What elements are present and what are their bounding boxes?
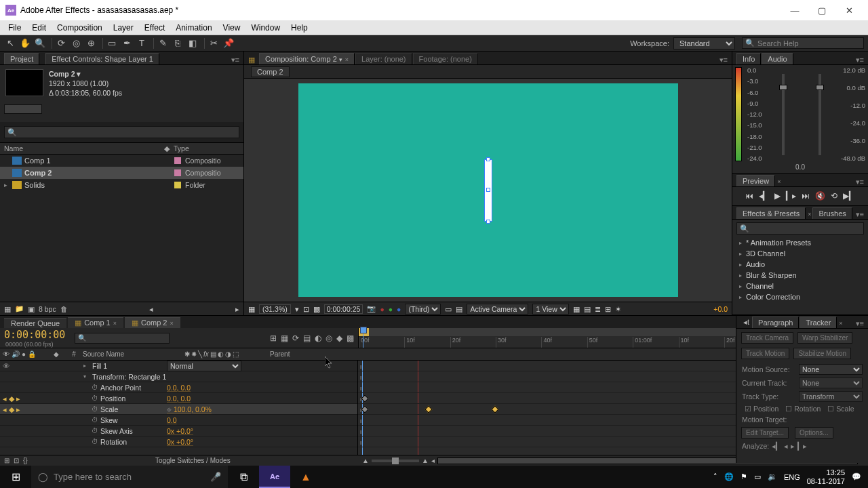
menu-view[interactable]: View <box>218 22 246 34</box>
tab-scroll-left-icon[interactable]: ◂t <box>741 317 752 328</box>
project-item[interactable]: ▸SolidsFolder <box>0 179 243 191</box>
search-help-field[interactable]: 🔍 Search Help <box>742 37 864 49</box>
keyframe[interactable] <box>361 405 368 413</box>
ram-preview-icon[interactable]: ▶▎ <box>843 191 855 201</box>
bpc-toggle[interactable]: 8 bpc <box>39 305 56 313</box>
menu-window[interactable]: Window <box>245 22 285 34</box>
selection-tool-icon[interactable]: ↖ <box>4 37 16 49</box>
channel-icon[interactable]: ● <box>380 305 384 313</box>
collapse-switch-icon[interactable]: ✸ <box>191 350 197 358</box>
current-track-select[interactable]: None <box>799 378 863 388</box>
loop-icon[interactable]: ⟲ <box>831 191 837 201</box>
zoom-in-icon[interactable]: ▲ <box>422 457 429 464</box>
auto-keyframe-icon[interactable]: ◆ <box>336 333 342 343</box>
delete-icon[interactable]: 🗑 <box>60 305 68 313</box>
analyze-fwd-one-icon[interactable]: ▎▸ <box>797 442 807 450</box>
audio-level-value[interactable]: 0.0 <box>732 163 868 171</box>
hand-tool-icon[interactable]: ✋ <box>19 37 31 49</box>
comp-thumbnail[interactable] <box>5 69 43 96</box>
tab-brushes[interactable]: Brushes <box>812 207 852 219</box>
keyframe[interactable] <box>361 394 368 402</box>
tray-app-icon[interactable]: 🌐 <box>724 472 734 481</box>
keyframe[interactable] <box>491 405 498 413</box>
tab-effect-controls[interactable]: Effect Controls: Shape Layer 1 <box>45 53 159 64</box>
menu-layer[interactable]: Layer <box>108 22 139 34</box>
lock-col-icon[interactable]: 🔒 <box>28 350 36 358</box>
taskbar-search[interactable]: ◯ Type here to search 🎤 <box>31 466 228 488</box>
pan-behind-tool-icon[interactable]: ⊕ <box>85 37 97 49</box>
fx-switch-icon[interactable]: fx <box>203 350 209 358</box>
stopwatch-icon[interactable]: ⏱ <box>92 394 98 402</box>
last-frame-icon[interactable]: ⏭ <box>802 191 810 201</box>
rotation-checkbox[interactable]: ☐ Rotation <box>785 405 821 413</box>
audio-level-slider[interactable] <box>818 74 821 155</box>
brush-tool-icon[interactable]: ✎ <box>157 37 169 49</box>
timeline-property-row[interactable]: ◂◆▸⏱Scale⎆ 100.0, 0.0% <box>0 404 357 415</box>
next-keyframe-icon[interactable]: ▸ <box>16 394 20 403</box>
start-button[interactable]: ⊞ <box>0 466 31 488</box>
adjustment-switch-icon[interactable]: ◑ <box>225 350 231 358</box>
motion-blur-icon[interactable]: ◐ <box>315 333 321 343</box>
panel-menu-icon[interactable]: ▾≡ <box>856 210 864 219</box>
next-frame-icon[interactable]: ▎▸ <box>786 191 796 201</box>
current-timecode[interactable]: 0:00:00:00 <box>4 329 65 341</box>
label-col-icon[interactable]: ◆ <box>54 350 59 358</box>
mic-icon[interactable]: 🎤 <box>210 472 221 482</box>
region-icon[interactable]: ▭ <box>445 305 452 313</box>
graph-editor-icon[interactable]: ▩ <box>347 333 354 343</box>
timeline-tab[interactable]: ▦Comp 2× <box>125 317 180 328</box>
zoom-slider[interactable] <box>372 460 419 462</box>
rectangle-tool-icon[interactable]: ▭ <box>106 37 118 49</box>
track-camera-button[interactable]: Track Camera <box>741 332 793 344</box>
comp-breadcrumb[interactable]: Comp 2 <box>251 66 290 77</box>
tab-audio[interactable]: Audio <box>762 53 793 64</box>
prev-keyframe-icon[interactable]: ◂ <box>3 405 7 413</box>
interpret-footage-icon[interactable]: ▦ <box>4 305 11 313</box>
tab-preview[interactable]: Preview <box>736 175 775 186</box>
first-frame-icon[interactable]: ⏮ <box>745 191 753 201</box>
video-col-icon[interactable]: 👁 <box>3 350 9 358</box>
vlc-task-icon[interactable]: ▲ <box>290 466 321 488</box>
eraser-tool-icon[interactable]: ◧ <box>186 37 199 49</box>
pen-tool-icon[interactable]: ✒ <box>121 37 133 49</box>
menu-composition[interactable]: Composition <box>52 22 108 34</box>
tray-volume-icon[interactable]: 🔉 <box>768 472 777 481</box>
project-list[interactable]: Comp 1CompositioComp 2Compositio▸SolidsF… <box>0 155 243 302</box>
reset-exposure-icon[interactable]: ✶ <box>615 305 621 313</box>
panel-menu-icon[interactable]: ▾≡ <box>856 178 864 186</box>
minimize-button[interactable]: — <box>781 0 808 20</box>
playhead[interactable] <box>363 328 363 348</box>
scroll-left-icon[interactable]: ◂ <box>431 457 435 464</box>
mute-icon[interactable]: 🔇 <box>815 191 825 201</box>
menu-help[interactable]: Help <box>285 22 313 34</box>
motion-source-select[interactable]: None <box>799 364 863 375</box>
transparency-grid-icon[interactable]: ▩ <box>313 305 320 313</box>
track-type-select[interactable]: Transform <box>799 391 863 402</box>
new-comp-icon[interactable]: ▣ <box>28 305 35 313</box>
stopwatch-icon[interactable]: ⏱ <box>92 416 98 424</box>
rotate-tool-icon[interactable]: ⟳ <box>55 37 67 49</box>
exposure-value[interactable]: +0.0 <box>713 305 728 313</box>
timeline-search[interactable]: 🔍 <box>75 333 170 344</box>
timeline-tab[interactable]: ▦Comp 1× <box>68 317 123 328</box>
project-search-input[interactable] <box>17 128 236 136</box>
flowchart-icon[interactable]: ⊞ <box>605 305 611 313</box>
zoom-out-icon[interactable]: ▲ <box>362 457 369 464</box>
timeline-property-row[interactable]: 👁▸Fill 1Normal <box>0 361 357 371</box>
after-effects-task-icon[interactable]: Ae <box>259 466 290 488</box>
effects-list[interactable]: ▸* Animation Presets▸3D Channel▸Audio▸Bl… <box>732 237 868 302</box>
track-motion-button[interactable]: Track Motion <box>741 348 789 359</box>
solo-col-icon[interactable]: ● <box>22 350 26 358</box>
toggle-switches-modes[interactable]: Toggle Switches / Modes <box>155 457 231 464</box>
viewer-time[interactable]: 0:00:00:25 <box>324 304 363 314</box>
col-number[interactable]: # <box>65 350 83 358</box>
add-keyframe-icon[interactable]: ◆ <box>9 394 14 403</box>
blend-mode-select[interactable]: Normal <box>167 361 241 371</box>
effects-category[interactable]: ▸3D Channel <box>732 248 868 259</box>
menu-effect[interactable]: Effect <box>139 22 170 34</box>
views-select[interactable]: 1 View <box>532 304 569 314</box>
comp-toggle-icon[interactable]: ▦ <box>248 56 255 64</box>
keyframe[interactable] <box>425 405 432 413</box>
close-button[interactable]: ✕ <box>835 0 863 20</box>
effects-category[interactable]: ▸* Animation Presets <box>732 237 868 248</box>
